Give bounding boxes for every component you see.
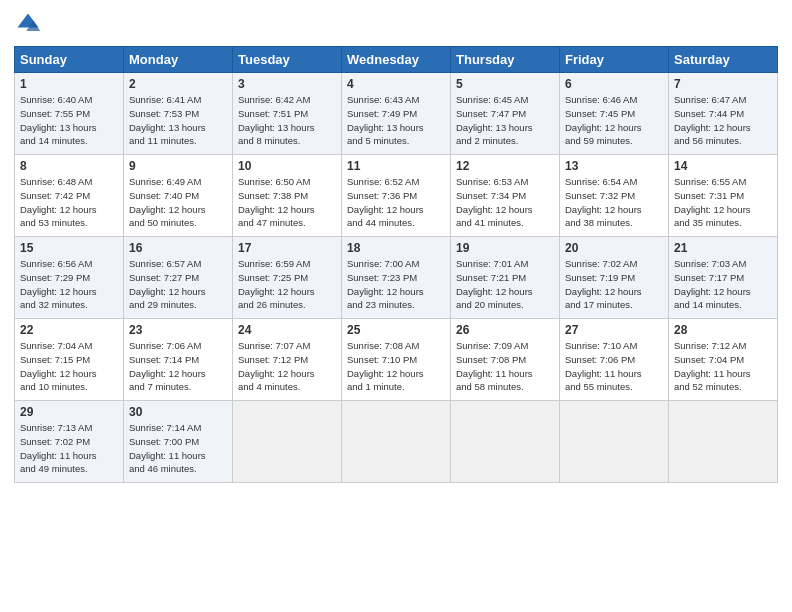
- day-cell: 23Sunrise: 7:06 AM Sunset: 7:14 PM Dayli…: [124, 319, 233, 401]
- day-cell: 12Sunrise: 6:53 AM Sunset: 7:34 PM Dayli…: [451, 155, 560, 237]
- day-number: 24: [238, 323, 336, 337]
- day-number: 12: [456, 159, 554, 173]
- day-number: 30: [129, 405, 227, 419]
- day-number: 20: [565, 241, 663, 255]
- day-cell: 15Sunrise: 6:56 AM Sunset: 7:29 PM Dayli…: [15, 237, 124, 319]
- day-number: 16: [129, 241, 227, 255]
- day-cell: [560, 401, 669, 483]
- day-cell: 8Sunrise: 6:48 AM Sunset: 7:42 PM Daylig…: [15, 155, 124, 237]
- day-info: Sunrise: 7:12 AM Sunset: 7:04 PM Dayligh…: [674, 339, 772, 394]
- header: [14, 10, 778, 38]
- day-cell: 18Sunrise: 7:00 AM Sunset: 7:23 PM Dayli…: [342, 237, 451, 319]
- col-header-saturday: Saturday: [669, 47, 778, 73]
- day-info: Sunrise: 7:04 AM Sunset: 7:15 PM Dayligh…: [20, 339, 118, 394]
- day-cell: 9Sunrise: 6:49 AM Sunset: 7:40 PM Daylig…: [124, 155, 233, 237]
- day-info: Sunrise: 6:57 AM Sunset: 7:27 PM Dayligh…: [129, 257, 227, 312]
- day-info: Sunrise: 6:45 AM Sunset: 7:47 PM Dayligh…: [456, 93, 554, 148]
- day-number: 10: [238, 159, 336, 173]
- day-info: Sunrise: 6:47 AM Sunset: 7:44 PM Dayligh…: [674, 93, 772, 148]
- day-info: Sunrise: 6:42 AM Sunset: 7:51 PM Dayligh…: [238, 93, 336, 148]
- day-number: 9: [129, 159, 227, 173]
- day-info: Sunrise: 7:13 AM Sunset: 7:02 PM Dayligh…: [20, 421, 118, 476]
- day-cell: 26Sunrise: 7:09 AM Sunset: 7:08 PM Dayli…: [451, 319, 560, 401]
- week-row-2: 8Sunrise: 6:48 AM Sunset: 7:42 PM Daylig…: [15, 155, 778, 237]
- day-cell: 25Sunrise: 7:08 AM Sunset: 7:10 PM Dayli…: [342, 319, 451, 401]
- day-number: 29: [20, 405, 118, 419]
- day-info: Sunrise: 7:08 AM Sunset: 7:10 PM Dayligh…: [347, 339, 445, 394]
- day-info: Sunrise: 6:54 AM Sunset: 7:32 PM Dayligh…: [565, 175, 663, 230]
- day-number: 1: [20, 77, 118, 91]
- day-info: Sunrise: 7:14 AM Sunset: 7:00 PM Dayligh…: [129, 421, 227, 476]
- col-header-wednesday: Wednesday: [342, 47, 451, 73]
- day-cell: 28Sunrise: 7:12 AM Sunset: 7:04 PM Dayli…: [669, 319, 778, 401]
- day-cell: 2Sunrise: 6:41 AM Sunset: 7:53 PM Daylig…: [124, 73, 233, 155]
- day-cell: 5Sunrise: 6:45 AM Sunset: 7:47 PM Daylig…: [451, 73, 560, 155]
- day-number: 14: [674, 159, 772, 173]
- day-cell: 4Sunrise: 6:43 AM Sunset: 7:49 PM Daylig…: [342, 73, 451, 155]
- week-row-5: 29Sunrise: 7:13 AM Sunset: 7:02 PM Dayli…: [15, 401, 778, 483]
- day-info: Sunrise: 7:10 AM Sunset: 7:06 PM Dayligh…: [565, 339, 663, 394]
- day-cell: 10Sunrise: 6:50 AM Sunset: 7:38 PM Dayli…: [233, 155, 342, 237]
- day-cell: 16Sunrise: 6:57 AM Sunset: 7:27 PM Dayli…: [124, 237, 233, 319]
- day-number: 5: [456, 77, 554, 91]
- day-info: Sunrise: 7:01 AM Sunset: 7:21 PM Dayligh…: [456, 257, 554, 312]
- day-cell: 29Sunrise: 7:13 AM Sunset: 7:02 PM Dayli…: [15, 401, 124, 483]
- col-header-monday: Monday: [124, 47, 233, 73]
- day-number: 8: [20, 159, 118, 173]
- day-number: 13: [565, 159, 663, 173]
- day-info: Sunrise: 7:09 AM Sunset: 7:08 PM Dayligh…: [456, 339, 554, 394]
- day-cell: 22Sunrise: 7:04 AM Sunset: 7:15 PM Dayli…: [15, 319, 124, 401]
- day-info: Sunrise: 7:00 AM Sunset: 7:23 PM Dayligh…: [347, 257, 445, 312]
- day-number: 3: [238, 77, 336, 91]
- day-info: Sunrise: 6:49 AM Sunset: 7:40 PM Dayligh…: [129, 175, 227, 230]
- day-info: Sunrise: 6:48 AM Sunset: 7:42 PM Dayligh…: [20, 175, 118, 230]
- day-info: Sunrise: 6:46 AM Sunset: 7:45 PM Dayligh…: [565, 93, 663, 148]
- day-info: Sunrise: 6:43 AM Sunset: 7:49 PM Dayligh…: [347, 93, 445, 148]
- day-cell: 3Sunrise: 6:42 AM Sunset: 7:51 PM Daylig…: [233, 73, 342, 155]
- day-number: 27: [565, 323, 663, 337]
- day-number: 26: [456, 323, 554, 337]
- day-number: 19: [456, 241, 554, 255]
- day-cell: 20Sunrise: 7:02 AM Sunset: 7:19 PM Dayli…: [560, 237, 669, 319]
- col-header-sunday: Sunday: [15, 47, 124, 73]
- day-cell: 27Sunrise: 7:10 AM Sunset: 7:06 PM Dayli…: [560, 319, 669, 401]
- day-number: 7: [674, 77, 772, 91]
- day-number: 15: [20, 241, 118, 255]
- day-info: Sunrise: 6:53 AM Sunset: 7:34 PM Dayligh…: [456, 175, 554, 230]
- day-info: Sunrise: 7:07 AM Sunset: 7:12 PM Dayligh…: [238, 339, 336, 394]
- logo: [14, 10, 46, 38]
- day-info: Sunrise: 6:40 AM Sunset: 7:55 PM Dayligh…: [20, 93, 118, 148]
- day-cell: [669, 401, 778, 483]
- column-headers: SundayMondayTuesdayWednesdayThursdayFrid…: [15, 47, 778, 73]
- day-number: 25: [347, 323, 445, 337]
- day-number: 21: [674, 241, 772, 255]
- page-container: SundayMondayTuesdayWednesdayThursdayFrid…: [0, 0, 792, 493]
- day-number: 22: [20, 323, 118, 337]
- day-cell: 19Sunrise: 7:01 AM Sunset: 7:21 PM Dayli…: [451, 237, 560, 319]
- col-header-tuesday: Tuesday: [233, 47, 342, 73]
- day-number: 28: [674, 323, 772, 337]
- day-cell: [233, 401, 342, 483]
- calendar-body: 1Sunrise: 6:40 AM Sunset: 7:55 PM Daylig…: [15, 73, 778, 483]
- day-info: Sunrise: 6:59 AM Sunset: 7:25 PM Dayligh…: [238, 257, 336, 312]
- week-row-4: 22Sunrise: 7:04 AM Sunset: 7:15 PM Dayli…: [15, 319, 778, 401]
- col-header-thursday: Thursday: [451, 47, 560, 73]
- day-cell: 7Sunrise: 6:47 AM Sunset: 7:44 PM Daylig…: [669, 73, 778, 155]
- day-number: 11: [347, 159, 445, 173]
- day-cell: 24Sunrise: 7:07 AM Sunset: 7:12 PM Dayli…: [233, 319, 342, 401]
- day-cell: 13Sunrise: 6:54 AM Sunset: 7:32 PM Dayli…: [560, 155, 669, 237]
- day-info: Sunrise: 7:06 AM Sunset: 7:14 PM Dayligh…: [129, 339, 227, 394]
- day-info: Sunrise: 6:50 AM Sunset: 7:38 PM Dayligh…: [238, 175, 336, 230]
- day-cell: 14Sunrise: 6:55 AM Sunset: 7:31 PM Dayli…: [669, 155, 778, 237]
- day-cell: 6Sunrise: 6:46 AM Sunset: 7:45 PM Daylig…: [560, 73, 669, 155]
- week-row-1: 1Sunrise: 6:40 AM Sunset: 7:55 PM Daylig…: [15, 73, 778, 155]
- day-number: 23: [129, 323, 227, 337]
- day-info: Sunrise: 7:02 AM Sunset: 7:19 PM Dayligh…: [565, 257, 663, 312]
- day-cell: 17Sunrise: 6:59 AM Sunset: 7:25 PM Dayli…: [233, 237, 342, 319]
- day-info: Sunrise: 6:55 AM Sunset: 7:31 PM Dayligh…: [674, 175, 772, 230]
- day-number: 2: [129, 77, 227, 91]
- logo-icon: [14, 10, 42, 38]
- day-cell: 1Sunrise: 6:40 AM Sunset: 7:55 PM Daylig…: [15, 73, 124, 155]
- day-cell: 21Sunrise: 7:03 AM Sunset: 7:17 PM Dayli…: [669, 237, 778, 319]
- calendar-table: SundayMondayTuesdayWednesdayThursdayFrid…: [14, 46, 778, 483]
